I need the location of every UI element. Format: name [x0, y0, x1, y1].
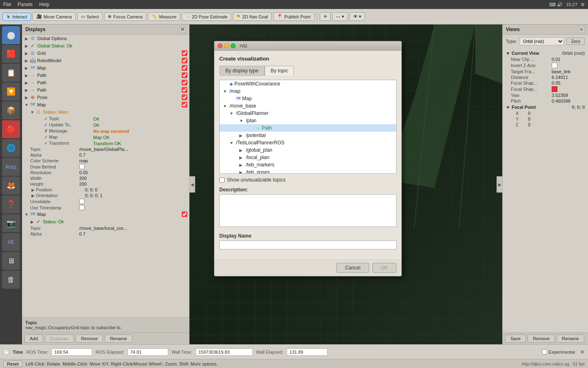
remove-button[interactable]: Remove [76, 334, 103, 343]
path3-checkbox[interactable] [182, 87, 187, 93]
camera-btn-extra[interactable]: — ▾ [332, 12, 348, 21]
map1-checkbox[interactable] [182, 65, 187, 71]
icon-bar-item-1[interactable]: 🟥 [2, 45, 20, 63]
displays-scroll[interactable]: ▶ ⚙ Global Options ▶ ✓ Global Status: Ok… [22, 35, 189, 317]
icon-bar-item-3[interactable]: 🔽 [2, 83, 20, 101]
collapse-left-arrow[interactable]: ◀ [189, 176, 195, 193]
icon-bar-item-7[interactable]: 🦊 [2, 177, 20, 195]
path1-checkbox[interactable] [182, 72, 187, 78]
wall-elapsed-field[interactable] [287, 348, 327, 356]
center-view[interactable]: ↗ rviz Create visualization [189, 25, 502, 344]
focus-camera-button[interactable]: ⊕ Focus Camera [104, 12, 146, 21]
views-zero-button[interactable]: Zero [566, 38, 585, 45]
topic-item-pose-cov[interactable]: ◆ PoseWithCovariance [220, 80, 396, 88]
views-invert-z-checkbox[interactable] [552, 63, 557, 68]
menu-help[interactable]: Help [39, 2, 49, 7]
tree-item-map1[interactable]: ▶ 🗺 Map [22, 64, 189, 72]
topic-item-teb-poses[interactable]: ▶ /teb_poses [220, 168, 396, 174]
display-name-input[interactable] [219, 240, 396, 249]
icon-bar-item-6[interactable]: 🌐 [2, 139, 20, 157]
topic-tree[interactable]: ◆ PoseWithCovariance ▼ /map � [219, 80, 396, 174]
topic-item-move-base[interactable]: ▼ /move_base [220, 102, 396, 110]
icon-bar-rviz[interactable]: ⬤ [2, 26, 20, 44]
views-rename-button[interactable]: Rename [557, 334, 584, 343]
nav-goal-button[interactable]: ⚑ 2D Nav Goal [233, 12, 272, 21]
ros-time-field[interactable] [51, 348, 92, 356]
view-btn-extra[interactable]: 👁 ▾ [350, 12, 365, 21]
ros-elapsed-field[interactable] [127, 348, 168, 356]
move-camera-button[interactable]: 🎥 Move Camera [33, 12, 76, 21]
tab-by-display-type[interactable]: By display type [219, 66, 265, 76]
topic-item-global-plan[interactable]: ▶ /global_plan [220, 146, 396, 154]
icon-bar-item-11[interactable]: 🖥 [2, 252, 20, 270]
topic-item-local-plan[interactable]: ▶ /local_plan [220, 154, 396, 161]
robot-model-checkbox[interactable] [182, 58, 187, 63]
cancel-button[interactable]: Cancel [336, 263, 369, 273]
path2-checkbox[interactable] [182, 80, 187, 85]
tab-by-topic[interactable]: By topic [265, 66, 294, 76]
map3-checkbox[interactable] [182, 211, 187, 217]
topic-item-map[interactable]: 🗺 Map [220, 95, 396, 102]
views-focal-shape2-checkbox[interactable] [552, 86, 557, 92]
icon-bar-item-2[interactable]: 📋 [2, 64, 20, 82]
show-unvisualizable-checkbox[interactable] [219, 177, 225, 183]
topic-item-teb[interactable]: ▼ /TebLocalPlannerROS [220, 139, 396, 146]
tree-item-grid[interactable]: ▶ ⊞ Grid [22, 49, 189, 57]
measure-button[interactable]: 📏 Measure [148, 12, 180, 21]
tree-item-robot-model[interactable]: ▶ 🤖 RobotModel [22, 57, 189, 64]
pose-checkbox[interactable] [182, 94, 187, 100]
interact-button[interactable]: 🖱 Interact [2, 13, 31, 21]
topic-item-map-group[interactable]: ▼ /map [220, 88, 396, 95]
topic-item-plan[interactable]: ▼ /plan [220, 117, 396, 124]
pose-estimate-button[interactable]: → 2D Pose Estimate [182, 13, 231, 21]
select-button[interactable]: ▭ Select [77, 12, 103, 21]
icon-bar-item-12[interactable]: 🗑 [2, 271, 20, 289]
add-button[interactable]: Add [24, 334, 43, 343]
views-save-button[interactable]: Save [505, 334, 526, 343]
tree-item-path3[interactable]: ▶ → Path [22, 86, 189, 94]
duplicate-button[interactable]: Duplicate [45, 334, 74, 343]
views-current-view-header[interactable]: ▼ Current View Orbit (rviz) [504, 50, 586, 56]
move-btn-extra[interactable]: ✛ [320, 12, 331, 21]
menu-panels[interactable]: Panels [18, 2, 33, 7]
icon-bar-item-rviz2[interactable]: RViz [2, 158, 20, 176]
tree-item-pose[interactable]: ▶ ⊕ Pose [22, 94, 189, 101]
topic-item-path[interactable]: → Path [220, 124, 396, 132]
prop-use-timestamp-checkbox[interactable] [79, 205, 85, 210]
time-close-button[interactable]: ✕ [580, 349, 585, 355]
icon-bar-item-4[interactable]: 📦 [2, 101, 20, 119]
sys-tray-settings[interactable]: ⚙ [581, 2, 585, 7]
description-textarea[interactable] [219, 194, 396, 227]
collapse-right-arrow[interactable]: ▶ [497, 176, 502, 193]
tree-item-status-ok2[interactable]: ▶ ✓ Status: Ok [22, 218, 189, 225]
views-type-select[interactable]: Orbit (rviz) [519, 37, 564, 45]
tl-close[interactable] [218, 43, 223, 48]
tl-maximize[interactable] [231, 43, 236, 48]
tree-item-map3[interactable]: ▼ 🗺 Map [22, 211, 189, 218]
publish-point-button[interactable]: 📍 Publish Point [273, 12, 314, 21]
grid-checkbox[interactable] [182, 50, 187, 56]
icon-bar-item-9[interactable]: 📷 [2, 214, 20, 232]
tree-item-map2[interactable]: ▼ 🗺 Map [22, 101, 189, 108]
prop-draw-behind-checkbox[interactable] [79, 164, 85, 169]
ok-button[interactable]: OK [372, 263, 396, 273]
map2-checkbox[interactable] [182, 102, 187, 108]
experimental-checkbox[interactable] [542, 349, 547, 355]
wall-time-field[interactable] [196, 348, 253, 356]
icon-bar-item-5[interactable]: 🔴 [2, 120, 20, 138]
topic-item-global-planner[interactable]: ▼ /GlobalPlanner [220, 110, 396, 117]
topic-item-potential[interactable]: ▶ /potential [220, 132, 396, 139]
tree-item-path2[interactable]: ▶ → Path [22, 79, 189, 86]
menu-file[interactable]: File [3, 2, 11, 7]
tree-item-status-warn[interactable]: ▼ ⚠ Status: Warn [22, 108, 189, 116]
views-remove-button[interactable]: Remove [528, 334, 555, 343]
reset-button[interactable]: Reset [3, 361, 22, 367]
icon-bar-item-8[interactable]: ❓ [2, 195, 20, 213]
displays-close-button[interactable]: ✕ [179, 26, 186, 33]
views-close-button[interactable]: ✕ [578, 26, 585, 33]
icon-bar-item-10[interactable]: VE [2, 233, 20, 251]
rename-button[interactable]: Rename [105, 334, 132, 343]
prop-unreliable-checkbox[interactable] [79, 199, 85, 204]
tl-minimize[interactable] [224, 43, 229, 48]
tree-item-global-status[interactable]: ▶ ✓ Global Status: Ok [22, 42, 189, 49]
